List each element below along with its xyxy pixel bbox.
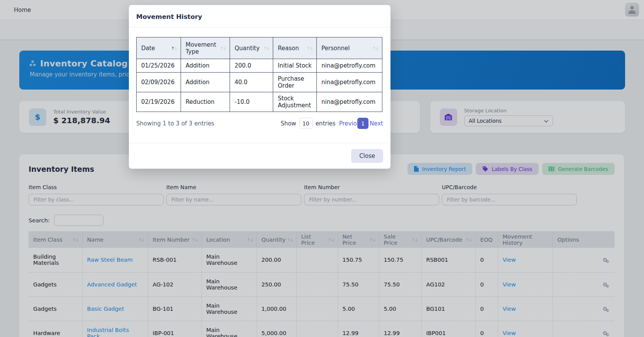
table-row: 02/09/2026Addition40.0Purchase Ordernina… — [137, 73, 382, 92]
sort-icon[interactable]: ↑↓ — [372, 46, 379, 51]
table-cell: Addition — [181, 59, 230, 73]
column-label: Date — [141, 45, 155, 52]
column-label: Movement Type — [186, 41, 216, 55]
column-header[interactable]: Date↑↓ — [137, 37, 181, 59]
sort-icon[interactable]: ↑↓ — [171, 46, 177, 51]
pagination-next[interactable]: Next — [370, 120, 383, 127]
table-cell: 02/19/2026 — [137, 92, 181, 112]
page-size-input[interactable] — [299, 118, 313, 129]
movement-history-modal: Movement History Date↑↓Movement Type↑↓Qu… — [129, 5, 390, 169]
table-cell: Reduction — [181, 92, 230, 112]
movement-history-table: Date↑↓Movement Type↑↓Quantity↑↓Reason↑↓P… — [136, 37, 382, 112]
table-row: 02/19/2026Reduction-10.0Stock Adjustment… — [137, 92, 382, 112]
app-root: Home Inventory Catalog Manage your inven… — [0, 0, 644, 337]
sort-icon[interactable]: ↑↓ — [220, 46, 226, 51]
pagination: Show entries Previous 1 Next — [281, 118, 383, 129]
column-label: Reason — [278, 45, 299, 52]
table-cell: Purchase Order — [273, 73, 317, 92]
table-cell: 02/09/2026 — [137, 73, 181, 92]
table-cell: Stock Adjustment — [273, 92, 317, 112]
table-cell: 200.0 — [230, 59, 273, 73]
table-cell: nina@petrofly.com — [317, 59, 382, 73]
table-cell: 01/25/2026 — [137, 59, 181, 73]
entries-label: entries — [316, 120, 336, 127]
table-cell: Addition — [181, 73, 230, 92]
pagination-page-1[interactable]: 1 — [357, 118, 368, 129]
entries-info-text: Showing 1 to 3 of 3 entries — [136, 120, 214, 127]
table-cell: 40.0 — [230, 73, 273, 92]
column-header[interactable]: Movement Type↑↓ — [181, 37, 230, 59]
column-label: Quantity — [235, 45, 260, 52]
sort-icon[interactable]: ↑↓ — [263, 46, 269, 51]
table-cell: nina@petrofly.com — [317, 92, 382, 112]
column-label: Personnel — [321, 45, 350, 52]
column-header[interactable]: Reason↑↓ — [273, 37, 317, 59]
sort-icon[interactable]: ↑↓ — [307, 46, 313, 51]
table-cell: -10.0 — [230, 92, 273, 112]
table-row: 01/25/2026Addition200.0Initial Stocknina… — [137, 59, 382, 73]
show-label: Show — [281, 120, 296, 127]
table-cell: nina@petrofly.com — [317, 73, 382, 92]
modal-title: Movement History — [136, 13, 383, 20]
close-button[interactable]: Close — [351, 149, 383, 163]
column-header[interactable]: Quantity↑↓ — [230, 37, 273, 59]
column-header[interactable]: Personnel↑↓ — [317, 37, 382, 59]
table-cell: Initial Stock — [273, 59, 317, 73]
